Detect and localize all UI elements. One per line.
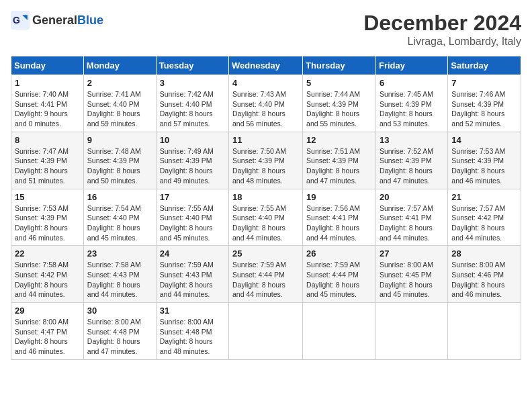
day-number: 5 xyxy=(306,78,372,88)
cell-details: Sunrise: 7:54 AM Sunset: 4:40 PM Dayligh… xyxy=(87,203,152,243)
day-number: 29 xyxy=(15,306,80,316)
cell-details: Sunrise: 8:00 AM Sunset: 4:48 PM Dayligh… xyxy=(160,317,225,357)
calendar-cell: 28 Sunrise: 8:00 AM Sunset: 4:46 PM Dayl… xyxy=(448,246,521,303)
day-number: 31 xyxy=(160,306,225,316)
week-row-3: 15 Sunrise: 7:53 AM Sunset: 4:39 PM Dayl… xyxy=(11,189,521,246)
cell-details: Sunrise: 7:55 AM Sunset: 4:40 PM Dayligh… xyxy=(232,203,299,243)
week-row-2: 8 Sunrise: 7:47 AM Sunset: 4:39 PM Dayli… xyxy=(11,132,521,189)
calendar-cell: 2 Sunrise: 7:41 AM Sunset: 4:40 PM Dayli… xyxy=(83,75,156,132)
calendar-cell: 12 Sunrise: 7:51 AM Sunset: 4:39 PM Dayl… xyxy=(303,132,376,189)
cell-details: Sunrise: 7:46 AM Sunset: 4:39 PM Dayligh… xyxy=(451,89,517,129)
weekday-header-tuesday: Tuesday xyxy=(156,56,228,75)
calendar-cell: 15 Sunrise: 7:53 AM Sunset: 4:39 PM Dayl… xyxy=(11,189,84,246)
day-number: 23 xyxy=(87,248,152,259)
cell-details: Sunrise: 7:52 AM Sunset: 4:39 PM Dayligh… xyxy=(380,146,444,186)
week-row-5: 29 Sunrise: 8:00 AM Sunset: 4:47 PM Dayl… xyxy=(11,303,521,360)
logo-icon: G xyxy=(11,11,30,30)
day-number: 20 xyxy=(380,192,444,202)
calendar-cell: 26 Sunrise: 7:59 AM Sunset: 4:44 PM Dayl… xyxy=(303,246,376,303)
weekday-header-sunday: Sunday xyxy=(11,56,84,75)
month-title: December 2024 xyxy=(363,11,521,36)
cell-details: Sunrise: 7:51 AM Sunset: 4:39 PM Dayligh… xyxy=(306,146,372,186)
cell-details: Sunrise: 7:53 AM Sunset: 4:39 PM Dayligh… xyxy=(15,203,80,243)
logo: G GeneralBlue xyxy=(11,11,103,30)
cell-details: Sunrise: 7:48 AM Sunset: 4:39 PM Dayligh… xyxy=(87,146,152,186)
cell-details: Sunrise: 7:40 AM Sunset: 4:41 PM Dayligh… xyxy=(15,89,80,129)
calendar-cell: 25 Sunrise: 7:59 AM Sunset: 4:44 PM Dayl… xyxy=(229,246,303,303)
day-number: 19 xyxy=(306,192,372,202)
day-number: 18 xyxy=(232,192,299,202)
calendar-cell: 4 Sunrise: 7:43 AM Sunset: 4:40 PM Dayli… xyxy=(229,75,303,132)
calendar-cell xyxy=(229,303,303,360)
calendar-cell: 9 Sunrise: 7:48 AM Sunset: 4:39 PM Dayli… xyxy=(83,132,156,189)
calendar-cell: 20 Sunrise: 7:57 AM Sunset: 4:41 PM Dayl… xyxy=(375,189,447,246)
calendar-cell: 18 Sunrise: 7:55 AM Sunset: 4:40 PM Dayl… xyxy=(229,189,303,246)
cell-details: Sunrise: 7:47 AM Sunset: 4:39 PM Dayligh… xyxy=(15,146,80,186)
day-number: 7 xyxy=(451,78,517,88)
day-number: 1 xyxy=(15,78,80,88)
weekday-header-row: SundayMondayTuesdayWednesdayThursdayFrid… xyxy=(11,56,521,75)
day-number: 25 xyxy=(232,248,299,259)
title-block: December 2024 Livraga, Lombardy, Italy xyxy=(363,11,521,48)
calendar-cell: 7 Sunrise: 7:46 AM Sunset: 4:39 PM Dayli… xyxy=(448,75,521,132)
cell-details: Sunrise: 7:56 AM Sunset: 4:41 PM Dayligh… xyxy=(306,203,372,243)
cell-details: Sunrise: 8:00 AM Sunset: 4:48 PM Dayligh… xyxy=(87,317,152,357)
calendar-cell xyxy=(303,303,376,360)
calendar-cell: 19 Sunrise: 7:56 AM Sunset: 4:41 PM Dayl… xyxy=(303,189,376,246)
cell-details: Sunrise: 7:57 AM Sunset: 4:41 PM Dayligh… xyxy=(380,203,444,243)
calendar-cell xyxy=(375,303,447,360)
cell-details: Sunrise: 7:43 AM Sunset: 4:40 PM Dayligh… xyxy=(232,89,299,129)
day-number: 12 xyxy=(306,135,372,145)
day-number: 28 xyxy=(451,248,517,259)
calendar-cell: 14 Sunrise: 7:53 AM Sunset: 4:39 PM Dayl… xyxy=(448,132,521,189)
cell-details: Sunrise: 7:57 AM Sunset: 4:42 PM Dayligh… xyxy=(451,203,517,243)
cell-details: Sunrise: 8:00 AM Sunset: 4:47 PM Dayligh… xyxy=(15,317,80,357)
cell-details: Sunrise: 7:41 AM Sunset: 4:40 PM Dayligh… xyxy=(87,89,152,129)
cell-details: Sunrise: 8:00 AM Sunset: 4:46 PM Dayligh… xyxy=(451,260,517,300)
day-number: 13 xyxy=(380,135,444,145)
logo-general: General xyxy=(32,13,77,28)
cell-details: Sunrise: 7:42 AM Sunset: 4:40 PM Dayligh… xyxy=(160,89,225,129)
day-number: 14 xyxy=(451,135,517,145)
calendar-cell: 23 Sunrise: 7:58 AM Sunset: 4:43 PM Dayl… xyxy=(83,246,156,303)
calendar-cell: 1 Sunrise: 7:40 AM Sunset: 4:41 PM Dayli… xyxy=(11,75,84,132)
calendar-cell: 29 Sunrise: 8:00 AM Sunset: 4:47 PM Dayl… xyxy=(11,303,84,360)
calendar-cell: 5 Sunrise: 7:44 AM Sunset: 4:39 PM Dayli… xyxy=(303,75,376,132)
calendar-cell: 16 Sunrise: 7:54 AM Sunset: 4:40 PM Dayl… xyxy=(83,189,156,246)
calendar-cell: 17 Sunrise: 7:55 AM Sunset: 4:40 PM Dayl… xyxy=(156,189,228,246)
calendar-cell: 10 Sunrise: 7:49 AM Sunset: 4:39 PM Dayl… xyxy=(156,132,228,189)
day-number: 17 xyxy=(160,192,225,202)
calendar-cell: 21 Sunrise: 7:57 AM Sunset: 4:42 PM Dayl… xyxy=(448,189,521,246)
page-header: G GeneralBlue December 2024 Livraga, Lom… xyxy=(11,11,521,48)
day-number: 26 xyxy=(306,248,372,259)
day-number: 16 xyxy=(87,192,152,202)
day-number: 22 xyxy=(15,248,80,259)
day-number: 10 xyxy=(160,135,225,145)
day-number: 8 xyxy=(15,135,80,145)
calendar-table: SundayMondayTuesdayWednesdayThursdayFrid… xyxy=(11,56,521,360)
location-subtitle: Livraga, Lombardy, Italy xyxy=(363,36,521,48)
calendar-cell: 27 Sunrise: 8:00 AM Sunset: 4:45 PM Dayl… xyxy=(375,246,447,303)
cell-details: Sunrise: 7:59 AM Sunset: 4:44 PM Dayligh… xyxy=(232,260,299,300)
day-number: 27 xyxy=(380,248,444,259)
day-number: 9 xyxy=(87,135,152,145)
weekday-header-thursday: Thursday xyxy=(303,56,376,75)
calendar-cell: 11 Sunrise: 7:50 AM Sunset: 4:39 PM Dayl… xyxy=(229,132,303,189)
day-number: 2 xyxy=(87,78,152,88)
calendar-cell: 30 Sunrise: 8:00 AM Sunset: 4:48 PM Dayl… xyxy=(83,303,156,360)
cell-details: Sunrise: 7:58 AM Sunset: 4:42 PM Dayligh… xyxy=(15,260,80,300)
day-number: 3 xyxy=(160,78,225,88)
calendar-cell xyxy=(448,303,521,360)
weekday-header-friday: Friday xyxy=(375,56,447,75)
calendar-cell: 24 Sunrise: 7:59 AM Sunset: 4:43 PM Dayl… xyxy=(156,246,228,303)
cell-details: Sunrise: 7:50 AM Sunset: 4:39 PM Dayligh… xyxy=(232,146,299,186)
cell-details: Sunrise: 7:55 AM Sunset: 4:40 PM Dayligh… xyxy=(160,203,225,243)
svg-text:G: G xyxy=(13,15,20,26)
cell-details: Sunrise: 7:59 AM Sunset: 4:43 PM Dayligh… xyxy=(160,260,225,300)
cell-details: Sunrise: 7:44 AM Sunset: 4:39 PM Dayligh… xyxy=(306,89,372,129)
cell-details: Sunrise: 7:58 AM Sunset: 4:43 PM Dayligh… xyxy=(87,260,152,300)
weekday-header-saturday: Saturday xyxy=(448,56,521,75)
day-number: 21 xyxy=(451,192,517,202)
week-row-1: 1 Sunrise: 7:40 AM Sunset: 4:41 PM Dayli… xyxy=(11,75,521,132)
calendar-cell: 22 Sunrise: 7:58 AM Sunset: 4:42 PM Dayl… xyxy=(11,246,84,303)
